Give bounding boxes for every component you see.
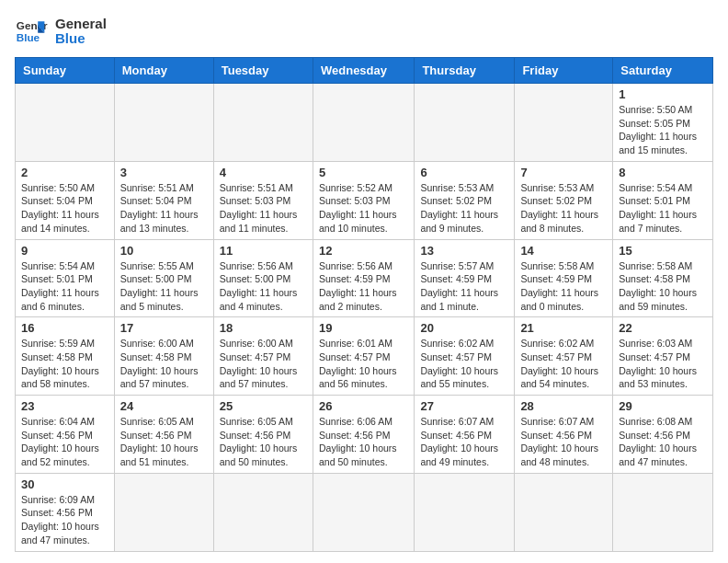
- weekday-header-wednesday: Wednesday: [313, 58, 414, 84]
- day-number: 14: [520, 244, 607, 258]
- calendar-cell: 9Sunrise: 5:54 AM Sunset: 5:01 PM Daylig…: [16, 239, 115, 317]
- calendar-cell: [313, 473, 414, 551]
- week-row-3: 9Sunrise: 5:54 AM Sunset: 5:01 PM Daylig…: [16, 239, 713, 317]
- day-info: Sunrise: 6:06 AM Sunset: 4:56 PM Dayligh…: [319, 415, 408, 469]
- day-number: 3: [120, 166, 208, 179]
- calendar-cell: 6Sunrise: 5:53 AM Sunset: 5:02 PM Daylig…: [415, 161, 515, 239]
- calendar-cell: [114, 84, 213, 162]
- day-info: Sunrise: 5:54 AM Sunset: 5:01 PM Dayligh…: [619, 181, 707, 236]
- day-number: 13: [420, 244, 508, 258]
- day-number: 22: [619, 321, 707, 335]
- day-number: 9: [21, 244, 108, 258]
- week-row-1: 1Sunrise: 5:50 AM Sunset: 5:05 PM Daylig…: [16, 84, 713, 162]
- day-number: 29: [619, 399, 707, 413]
- logo-general: General: [55, 17, 107, 32]
- calendar-cell: 25Sunrise: 6:05 AM Sunset: 4:56 PM Dayli…: [213, 396, 313, 474]
- calendar-cell: [515, 84, 613, 162]
- calendar-cell: 20Sunrise: 6:02 AM Sunset: 4:57 PM Dayli…: [415, 317, 515, 396]
- day-info: Sunrise: 6:09 AM Sunset: 4:56 PM Dayligh…: [21, 493, 108, 547]
- day-info: Sunrise: 5:58 AM Sunset: 4:59 PM Dayligh…: [520, 259, 607, 314]
- day-number: 5: [319, 166, 408, 179]
- calendar-cell: 11Sunrise: 5:56 AM Sunset: 5:00 PM Dayli…: [213, 239, 313, 317]
- logo: General Blue General Blue: [15, 15, 107, 48]
- day-number: 12: [319, 244, 408, 258]
- day-number: 1: [619, 87, 707, 101]
- calendar-cell: 29Sunrise: 6:08 AM Sunset: 4:56 PM Dayli…: [613, 396, 713, 474]
- week-row-5: 23Sunrise: 6:04 AM Sunset: 4:56 PM Dayli…: [16, 396, 713, 474]
- calendar-cell: 16Sunrise: 5:59 AM Sunset: 4:58 PM Dayli…: [16, 317, 115, 396]
- weekday-header-friday: Friday: [515, 58, 613, 84]
- day-number: 6: [420, 166, 508, 179]
- day-info: Sunrise: 5:56 AM Sunset: 4:59 PM Dayligh…: [319, 259, 408, 314]
- calendar-cell: 19Sunrise: 6:01 AM Sunset: 4:57 PM Dayli…: [313, 317, 414, 396]
- calendar-cell: 8Sunrise: 5:54 AM Sunset: 5:01 PM Daylig…: [613, 161, 713, 239]
- day-number: 8: [619, 166, 707, 179]
- day-info: Sunrise: 5:54 AM Sunset: 5:01 PM Dayligh…: [21, 259, 108, 314]
- calendar-cell: 17Sunrise: 6:00 AM Sunset: 4:58 PM Dayli…: [114, 317, 213, 396]
- calendar-cell: 14Sunrise: 5:58 AM Sunset: 4:59 PM Dayli…: [515, 239, 613, 317]
- day-info: Sunrise: 6:00 AM Sunset: 4:57 PM Dayligh…: [220, 337, 307, 391]
- day-info: Sunrise: 5:50 AM Sunset: 5:05 PM Dayligh…: [619, 103, 707, 157]
- calendar-cell: 24Sunrise: 6:05 AM Sunset: 4:56 PM Dayli…: [114, 396, 213, 474]
- calendar-cell: 23Sunrise: 6:04 AM Sunset: 4:56 PM Dayli…: [16, 396, 115, 474]
- calendar-cell: 1Sunrise: 5:50 AM Sunset: 5:05 PM Daylig…: [613, 84, 713, 162]
- calendar-cell: 2Sunrise: 5:50 AM Sunset: 5:04 PM Daylig…: [16, 161, 115, 239]
- day-info: Sunrise: 5:59 AM Sunset: 4:58 PM Dayligh…: [21, 337, 108, 391]
- calendar-cell: [114, 473, 213, 551]
- weekday-header-thursday: Thursday: [415, 58, 515, 84]
- calendar-cell: [16, 84, 115, 162]
- day-info: Sunrise: 5:52 AM Sunset: 5:03 PM Dayligh…: [319, 181, 408, 236]
- calendar-cell: 27Sunrise: 6:07 AM Sunset: 4:56 PM Dayli…: [415, 396, 515, 474]
- calendar-cell: [415, 473, 515, 551]
- header: General Blue General Blue: [15, 15, 713, 48]
- calendar-cell: 12Sunrise: 5:56 AM Sunset: 4:59 PM Dayli…: [313, 239, 414, 317]
- day-info: Sunrise: 5:57 AM Sunset: 4:59 PM Dayligh…: [420, 259, 508, 314]
- logo-svg: General Blue: [15, 15, 48, 48]
- day-info: Sunrise: 5:53 AM Sunset: 5:02 PM Dayligh…: [520, 181, 607, 236]
- day-number: 16: [21, 321, 108, 335]
- day-info: Sunrise: 5:58 AM Sunset: 4:58 PM Dayligh…: [619, 259, 707, 314]
- week-row-4: 16Sunrise: 5:59 AM Sunset: 4:58 PM Dayli…: [16, 317, 713, 396]
- day-info: Sunrise: 6:03 AM Sunset: 4:57 PM Dayligh…: [619, 337, 707, 391]
- weekday-header-saturday: Saturday: [613, 58, 713, 84]
- day-info: Sunrise: 5:56 AM Sunset: 5:00 PM Dayligh…: [220, 259, 307, 314]
- day-number: 19: [319, 321, 408, 335]
- day-number: 15: [619, 244, 707, 258]
- day-info: Sunrise: 5:55 AM Sunset: 5:00 PM Dayligh…: [120, 259, 208, 314]
- calendar-cell: 5Sunrise: 5:52 AM Sunset: 5:03 PM Daylig…: [313, 161, 414, 239]
- day-number: 7: [520, 166, 607, 179]
- day-number: 28: [520, 399, 607, 413]
- day-number: 4: [220, 166, 307, 179]
- day-number: 11: [220, 244, 307, 258]
- calendar-cell: 21Sunrise: 6:02 AM Sunset: 4:57 PM Dayli…: [515, 317, 613, 396]
- calendar-cell: [313, 84, 414, 162]
- day-info: Sunrise: 6:02 AM Sunset: 4:57 PM Dayligh…: [420, 337, 508, 391]
- day-info: Sunrise: 6:07 AM Sunset: 4:56 PM Dayligh…: [520, 415, 607, 469]
- day-number: 17: [120, 321, 208, 335]
- day-number: 20: [420, 321, 508, 335]
- day-number: 21: [520, 321, 607, 335]
- calendar-cell: 18Sunrise: 6:00 AM Sunset: 4:57 PM Dayli…: [213, 317, 313, 396]
- calendar-cell: 15Sunrise: 5:58 AM Sunset: 4:58 PM Dayli…: [613, 239, 713, 317]
- day-info: Sunrise: 5:53 AM Sunset: 5:02 PM Dayligh…: [420, 181, 508, 236]
- calendar-cell: 7Sunrise: 5:53 AM Sunset: 5:02 PM Daylig…: [515, 161, 613, 239]
- week-row-2: 2Sunrise: 5:50 AM Sunset: 5:04 PM Daylig…: [16, 161, 713, 239]
- day-info: Sunrise: 6:02 AM Sunset: 4:57 PM Dayligh…: [520, 337, 607, 391]
- svg-text:Blue: Blue: [17, 31, 40, 43]
- calendar-cell: [213, 84, 313, 162]
- logo-blue: Blue: [55, 31, 107, 47]
- calendar-cell: [415, 84, 515, 162]
- calendar-cell: 13Sunrise: 5:57 AM Sunset: 4:59 PM Dayli…: [415, 239, 515, 317]
- day-number: 25: [220, 399, 307, 413]
- calendar-cell: [613, 473, 713, 551]
- day-number: 26: [319, 399, 408, 413]
- day-number: 30: [21, 477, 108, 491]
- calendar-cell: 4Sunrise: 5:51 AM Sunset: 5:03 PM Daylig…: [213, 161, 313, 239]
- weekday-header-monday: Monday: [114, 58, 213, 84]
- day-number: 23: [21, 399, 108, 413]
- day-number: 18: [220, 321, 307, 335]
- day-info: Sunrise: 5:51 AM Sunset: 5:04 PM Dayligh…: [120, 181, 208, 236]
- weekday-header-sunday: Sunday: [16, 58, 115, 84]
- day-info: Sunrise: 6:01 AM Sunset: 4:57 PM Dayligh…: [319, 337, 408, 391]
- day-info: Sunrise: 6:08 AM Sunset: 4:56 PM Dayligh…: [619, 415, 707, 469]
